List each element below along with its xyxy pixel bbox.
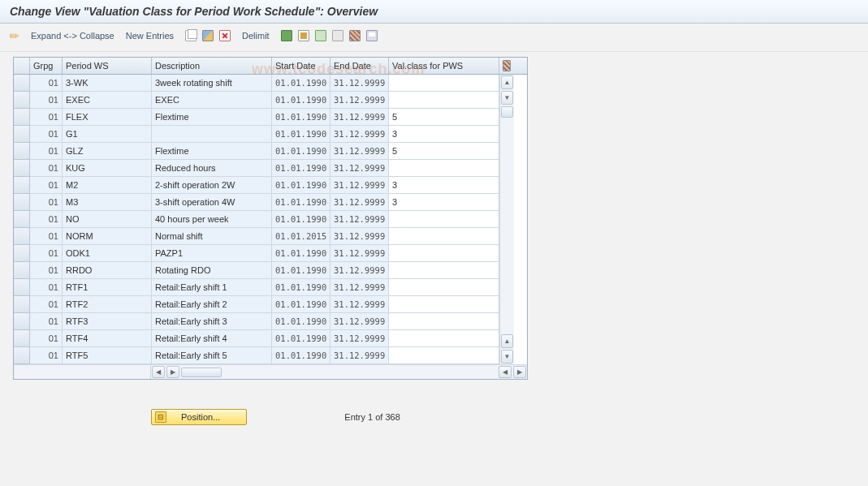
cell-val-class[interactable] xyxy=(389,296,499,313)
cell-val-class[interactable] xyxy=(389,92,499,109)
cell-grpg: 01 xyxy=(30,177,63,194)
cell-val-class[interactable] xyxy=(389,245,499,262)
horizontal-scrollbar[interactable]: ◀ ▶ xyxy=(151,365,498,379)
header-row-selector[interactable] xyxy=(14,58,30,74)
cell-period-ws: RTF4 xyxy=(63,330,152,347)
position-icon: ⊟ xyxy=(155,411,166,423)
change-mode-icon[interactable]: ✎ xyxy=(6,27,24,45)
cell-description: Retail:Early shift 5 xyxy=(152,347,272,364)
header-start-date[interactable]: Start Date xyxy=(272,58,330,74)
cell-grpg: 01 xyxy=(30,143,63,160)
select-icon[interactable] xyxy=(201,28,215,43)
cell-period-ws: FLEX xyxy=(63,109,152,126)
cell-val-class[interactable] xyxy=(389,211,499,228)
cell-val-class[interactable]: 3 xyxy=(389,194,499,211)
cell-val-class[interactable] xyxy=(389,160,499,177)
row-selector[interactable] xyxy=(14,177,30,194)
row-selector[interactable] xyxy=(14,75,30,92)
cell-description: EXEC xyxy=(152,92,272,109)
vertical-scrollbar[interactable]: ▲ ▼ ▲ ▼ xyxy=(499,75,514,364)
cell-val-class[interactable] xyxy=(389,330,499,347)
row-selector[interactable] xyxy=(14,330,30,347)
table-row: 013-WK3week rotating shift01.01.199031.1… xyxy=(14,75,499,92)
print-icon[interactable] xyxy=(365,28,379,43)
cell-val-class[interactable] xyxy=(389,262,499,279)
cell-end-date: 31.12.9999 xyxy=(330,262,389,279)
table-row: 01RTF5Retail:Early shift 501.01.199031.1… xyxy=(14,347,499,364)
cell-description: Flextime xyxy=(152,143,272,160)
undo-icon[interactable] xyxy=(279,28,294,43)
cell-description: Normal shift xyxy=(152,228,272,245)
row-selector[interactable] xyxy=(14,262,30,279)
entry-count-text: Entry 1 of 368 xyxy=(344,412,400,422)
cell-end-date: 31.12.9999 xyxy=(330,296,389,313)
cell-description: 3week rotating shift xyxy=(152,75,272,92)
header-description[interactable]: Description xyxy=(152,58,272,74)
row-selector[interactable] xyxy=(14,347,30,364)
cell-val-class[interactable]: 5 xyxy=(389,109,499,126)
cell-end-date: 31.12.9999 xyxy=(330,75,389,92)
table-row: 01RTF3Retail:Early shift 301.01.199031.1… xyxy=(14,313,499,330)
header-grpg[interactable]: Grpg xyxy=(30,58,63,74)
cell-val-class[interactable] xyxy=(389,228,499,245)
cell-start-date: 01.01.1990 xyxy=(272,347,330,364)
cell-val-class[interactable]: 3 xyxy=(389,177,499,194)
scroll-first-icon[interactable]: ◀ xyxy=(152,366,165,378)
new-entries-button[interactable]: New Entries xyxy=(124,29,175,42)
row-selector[interactable] xyxy=(14,109,30,126)
cell-val-class[interactable]: 3 xyxy=(389,126,499,143)
row-selector[interactable] xyxy=(14,211,30,228)
delimit-button[interactable]: Delimit xyxy=(240,31,271,41)
row-selector[interactable] xyxy=(14,143,30,160)
cell-period-ws: RTF1 xyxy=(63,279,152,296)
row-selector[interactable] xyxy=(14,228,30,245)
vertical-scroll-thumb[interactable] xyxy=(501,106,513,118)
scroll-last-icon[interactable]: ▶ xyxy=(513,366,526,378)
cell-period-ws: RTF3 xyxy=(63,313,152,330)
cell-val-class[interactable] xyxy=(389,279,499,296)
row-selector[interactable] xyxy=(14,92,30,109)
cell-period-ws: NORM xyxy=(63,228,152,245)
horizontal-scroll-thumb[interactable] xyxy=(181,368,222,377)
cell-end-date: 31.12.9999 xyxy=(330,160,389,177)
table-row: 01RTF4Retail:Early shift 401.01.199031.1… xyxy=(14,330,499,347)
page-down-icon[interactable]: ▼ xyxy=(501,350,513,363)
select-block-icon[interactable] xyxy=(313,28,328,43)
cell-val-class[interactable] xyxy=(389,347,499,364)
deselect-all-icon[interactable] xyxy=(330,28,345,43)
row-selector[interactable] xyxy=(14,126,30,143)
row-selector[interactable] xyxy=(14,194,30,211)
delete-icon[interactable] xyxy=(218,28,232,43)
table-settings-icon[interactable] xyxy=(499,58,514,74)
row-selector[interactable] xyxy=(14,296,30,313)
scroll-up-icon[interactable]: ▲ xyxy=(501,75,513,89)
cell-val-class[interactable]: 5 xyxy=(389,143,499,160)
header-end-date[interactable]: End Date xyxy=(330,58,389,74)
expand-collapse-button[interactable]: Expand <-> Collapse xyxy=(29,29,116,42)
scroll-right-icon[interactable]: ◀ xyxy=(499,366,512,378)
data-grid: Grpg Period WS Description Start Date En… xyxy=(13,57,528,380)
select-all-icon[interactable] xyxy=(296,28,311,43)
row-selector[interactable] xyxy=(14,160,30,177)
cell-period-ws: M2 xyxy=(63,177,152,194)
row-selector[interactable] xyxy=(14,313,30,330)
page-up-icon[interactable]: ▲ xyxy=(501,334,513,348)
table-row: 01M22-shift operation 2W01.01.199031.12.… xyxy=(14,177,499,194)
header-period-ws[interactable]: Period WS xyxy=(63,58,152,74)
copy-as-icon[interactable] xyxy=(184,28,198,43)
cell-val-class[interactable] xyxy=(389,313,499,330)
row-selector[interactable] xyxy=(14,279,30,296)
configuration-icon[interactable] xyxy=(348,28,362,43)
position-button[interactable]: ⊟ Position... xyxy=(151,409,247,425)
header-val-class[interactable]: Val.class for PWS xyxy=(389,58,499,74)
scroll-down-icon[interactable]: ▼ xyxy=(501,91,513,105)
cell-start-date: 01.01.1990 xyxy=(272,126,330,143)
cell-description: Flextime xyxy=(152,109,272,126)
cell-val-class[interactable] xyxy=(389,75,499,92)
cell-end-date: 31.12.9999 xyxy=(330,313,389,330)
table-row: 01ODK1PAZP101.01.199031.12.9999 xyxy=(14,245,499,262)
scroll-left-icon[interactable]: ▶ xyxy=(166,366,179,378)
cell-start-date: 01.01.1990 xyxy=(272,330,330,347)
row-selector[interactable] xyxy=(14,245,30,262)
cell-period-ws: RRDO xyxy=(63,262,152,279)
